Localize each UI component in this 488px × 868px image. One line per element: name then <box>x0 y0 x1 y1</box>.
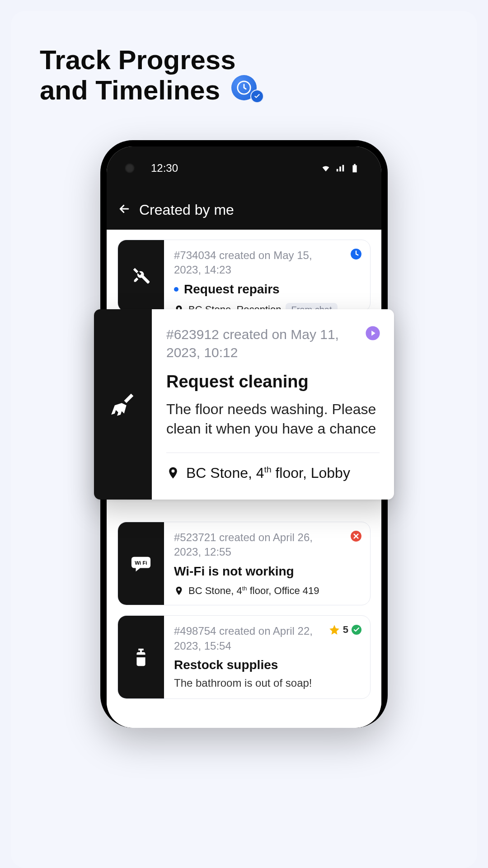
star-icon <box>328 624 340 636</box>
unread-dot-icon <box>174 287 178 292</box>
done-status-icon <box>351 624 362 635</box>
cancel-status-icon <box>350 530 362 542</box>
battery-icon <box>350 163 360 173</box>
svg-text:Wi Fi: Wi Fi <box>135 560 147 565</box>
ticket-card-expanded[interactable]: #623912 created on May 11, 2023, 10:12 R… <box>94 309 394 500</box>
ticket-location: BC Stone, 4th floor, Office 419 <box>188 585 319 597</box>
location-pin-icon <box>174 586 184 596</box>
rating-value: 5 <box>343 624 348 636</box>
ticket-meta: #623912 created on May 11, 2023, 10:12 <box>166 326 380 361</box>
status-icons <box>321 163 360 173</box>
ticket-title: Restock supplies <box>174 658 278 672</box>
play-status-icon <box>365 326 380 341</box>
ticket-description: The bathroom is out of soap! <box>174 676 360 690</box>
signal-icon <box>335 163 345 173</box>
rating-badge: 5 <box>328 624 362 636</box>
location-pin-icon <box>166 466 180 480</box>
page-heading: Track Progress and Timelines <box>40 45 264 105</box>
ticket-location: BC Stone, 4th floor, Lobby <box>186 465 350 481</box>
heading-line-1: Track Progress <box>40 45 236 75</box>
clock-status-icon <box>350 248 362 260</box>
ticket-card[interactable]: Wi Fi #523721 created on April 26, 2023,… <box>117 522 371 605</box>
wifi-icon <box>321 163 331 173</box>
broom-icon <box>94 309 152 500</box>
ticket-title: Request cleaning <box>166 372 380 392</box>
ticket-card[interactable]: #734034 created on May 15, 2023, 14:23 R… <box>117 240 371 312</box>
ticket-meta: #734034 created on May 15, 2023, 14:23 <box>174 248 360 278</box>
tools-icon <box>118 240 164 311</box>
clock-check-icon <box>231 75 264 103</box>
soap-icon <box>118 616 164 698</box>
divider <box>166 453 380 453</box>
ticket-title: Request repairs <box>184 282 280 297</box>
back-button[interactable] <box>117 202 131 218</box>
status-time: 12:30 <box>151 162 178 175</box>
wifi-bubble-icon: Wi Fi <box>118 522 164 605</box>
ticket-title: Wi-Fi is not working <box>174 564 294 579</box>
status-bar: 12:30 <box>107 146 381 190</box>
ticket-description: The floor needs washing. Please clean it… <box>166 400 380 439</box>
app-bar-title: Created by me <box>139 202 234 218</box>
app-bar: Created by me <box>107 190 381 230</box>
heading-line-2: and Timelines <box>40 75 220 105</box>
ticket-card[interactable]: #498754 created on April 22, 2023, 15:54… <box>117 615 371 699</box>
camera-dot <box>125 163 135 173</box>
ticket-meta: #523721 created on April 26, 2023, 12:55 <box>174 530 360 560</box>
